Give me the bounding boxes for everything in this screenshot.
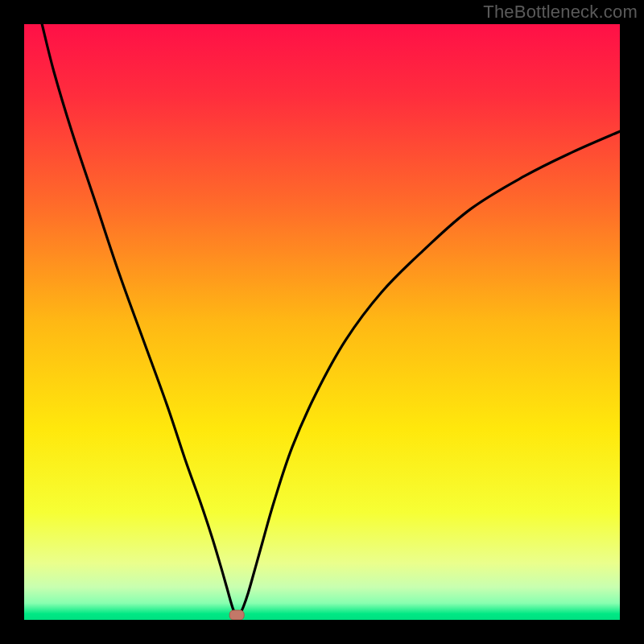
chart-container: TheBottleneck.com (0, 0, 644, 644)
plot-frame (24, 24, 620, 620)
gradient-background (24, 24, 620, 620)
bottleneck-plot (24, 24, 620, 620)
optimal-point-marker (229, 610, 244, 620)
watermark-text: TheBottleneck.com (483, 2, 638, 23)
